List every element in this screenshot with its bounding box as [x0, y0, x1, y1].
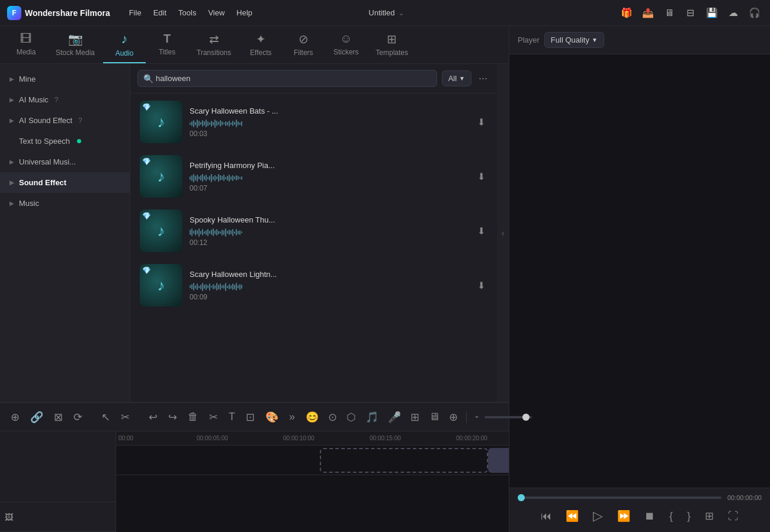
headphones-icon[interactable]: 🎧 — [746, 5, 763, 21]
timeline-toolbar: ⊕ 🔗 ⊠ ⟳ ↖ ✂ ↩ ↪ 🗑 ✂ T ⊡ 🎨 » 😊 — [0, 403, 509, 431]
player-label: Player — [518, 36, 540, 44]
sidebar-item-text-to-speech[interactable]: Text to Speech — [0, 131, 130, 151]
crop-button[interactable]: ⊡ — [242, 408, 258, 426]
gift-icon[interactable]: 🎁 — [618, 5, 635, 21]
download-button-2[interactable]: ⬇ — [475, 169, 487, 185]
share-icon[interactable]: 📤 — [640, 5, 656, 21]
menu-view[interactable]: View — [203, 6, 229, 20]
step-forward-button[interactable]: ⏩ — [615, 507, 633, 525]
stickers-tab-label: Stickers — [333, 48, 359, 56]
audio-info-2: Petrifying Harmony Pia... 00:07 — [190, 161, 468, 192]
text-tool-button[interactable]: T — [225, 408, 239, 425]
sidebar-item-mine[interactable]: ▶ Mine — [0, 69, 130, 89]
audio-duration-4: 00:09 — [190, 293, 468, 301]
mic-button[interactable]: 🎤 — [384, 408, 405, 426]
filter-dropdown[interactable]: All ▼ — [442, 70, 471, 86]
tab-templates[interactable]: ⊞ Templates — [367, 27, 416, 63]
mask-button[interactable]: ⬡ — [343, 408, 360, 426]
search-input[interactable] — [137, 70, 437, 87]
progress-bar[interactable] — [518, 496, 721, 499]
sidebar-item-universal-music[interactable]: ▶ Universal Musi... — [0, 151, 130, 172]
screen-record-button[interactable]: 🖥 — [425, 408, 443, 425]
cloud-upload-icon[interactable]: ☁ — [725, 5, 742, 21]
audio-item-1[interactable]: 💎 ♪ Scary Halloween Bats - ... 00:03 ⬇ — [135, 96, 492, 148]
cut-button[interactable]: ✂ — [206, 408, 222, 426]
audio-tool-button[interactable]: 🎵 — [362, 408, 382, 426]
sidebar-collapse-button[interactable]: ‹ — [497, 64, 509, 402]
tab-stickers[interactable]: ☺ Stickers — [325, 27, 367, 62]
audio-thumb-4: 💎 ♪ — [140, 264, 182, 307]
scene-button[interactable]: ⊞ — [407, 408, 423, 426]
motion-button[interactable]: ⟳ — [70, 408, 86, 426]
app-logo: F Wondershare Filmora — [7, 6, 110, 20]
redo-button[interactable]: ↪ — [165, 408, 181, 426]
export-icon[interactable]: 🖥 — [661, 5, 678, 21]
add-track-button[interactable]: ⊕ — [7, 408, 23, 426]
more-tools-button[interactable]: » — [285, 408, 299, 425]
download-button-3[interactable]: ⬇ — [475, 223, 487, 239]
group-button[interactable]: ⊠ — [50, 408, 66, 426]
save-icon[interactable]: 💾 — [704, 5, 720, 21]
tab-effects[interactable]: ✦ Effects — [239, 27, 282, 63]
trim-tool-button[interactable]: ✂ — [117, 408, 133, 426]
sidebar-item-sound-effect[interactable]: ▶ Sound Effect — [0, 172, 130, 193]
layout-icon[interactable]: ⊟ — [682, 5, 699, 21]
delete-button[interactable]: 🗑 — [184, 408, 202, 425]
select-tool-button[interactable]: ↖ — [98, 408, 114, 426]
title-dropdown-icon[interactable]: ⌄ — [398, 8, 405, 17]
tab-filters[interactable]: ⊘ Filters — [282, 27, 325, 63]
stickers-tab-icon: ☺ — [340, 32, 352, 46]
menu-help[interactable]: Help — [232, 6, 257, 20]
quality-dropdown[interactable]: Full Quality ▼ — [544, 32, 604, 48]
zoom-out-button[interactable]: - — [471, 408, 482, 425]
menu-edit[interactable]: Edit — [149, 6, 171, 20]
stop-button[interactable]: ⏹ — [642, 508, 657, 525]
tab-audio[interactable]: ♪ Audio — [103, 27, 146, 63]
tab-stock-media[interactable]: 📷 Stock Media — [47, 27, 103, 63]
step-back-button[interactable]: ⏪ — [563, 507, 581, 525]
sidebar-item-ai-sound-effect[interactable]: ▶ AI Sound Effect ? — [0, 110, 130, 131]
speed-button[interactable]: 😊 — [302, 408, 322, 426]
effects-tab-icon: ✦ — [256, 32, 266, 46]
quality-label: Full Quality — [551, 36, 589, 44]
audio-item-3[interactable]: 💎 ♪ Spooky Halloween Thu... 00:12 ⬇ — [135, 205, 492, 257]
download-button-1[interactable]: ⬇ — [475, 114, 487, 130]
ruler-tick-0: 00:00 — [116, 435, 133, 441]
zoom-slider[interactable] — [485, 416, 532, 418]
snap-button[interactable]: ⊙ — [325, 408, 341, 426]
clip-inner-1: 🖼 — [488, 448, 509, 473]
sidebar-sound-effect-label: Sound Effect — [19, 178, 66, 187]
menu-file[interactable]: File — [124, 6, 146, 20]
tab-bar: 🎞 Media 📷 Stock Media ♪ Audio T Titles ⇄… — [0, 26, 509, 64]
skip-back-button[interactable]: ⏮ — [538, 508, 554, 525]
add-clip-button[interactable]: ⊕ — [445, 408, 461, 426]
sidebar-item-music[interactable]: ▶ Music — [0, 193, 130, 214]
play-button[interactable]: ▷ — [591, 506, 605, 526]
mark-out-button[interactable]: } — [685, 508, 693, 525]
add-to-timeline-button[interactable]: ⊞ — [702, 507, 716, 525]
fullscreen-button[interactable]: ⛶ — [726, 508, 741, 525]
sidebar-music-label: Music — [19, 199, 39, 208]
ai-music-help-icon: ? — [54, 96, 59, 104]
filters-tab-label: Filters — [294, 49, 313, 57]
audio-item-4[interactable]: 💎 ♪ Scary Halloween Lightn... 00:09 ⬇ — [135, 259, 492, 311]
color-button[interactable]: 🎨 — [262, 408, 282, 426]
ruler-spacer — [0, 488, 116, 502]
waveform-2 — [190, 172, 468, 184]
tab-media[interactable]: 🎞 Media — [5, 27, 47, 62]
tab-titles[interactable]: T Titles — [146, 27, 188, 62]
zoom-handle[interactable] — [522, 414, 530, 421]
audio-item-2[interactable]: 💎 ♪ Petrifying Harmony Pia... 00:07 ⬇ — [135, 150, 492, 202]
gem-icon-3: 💎 — [142, 212, 151, 220]
download-button-4[interactable]: ⬇ — [475, 278, 487, 294]
more-options-button[interactable]: ··· — [476, 70, 490, 87]
menu-tools[interactable]: Tools — [174, 6, 201, 20]
left-panel: 🎞 Media 📷 Stock Media ♪ Audio T Titles ⇄… — [0, 26, 509, 532]
link-button[interactable]: 🔗 — [27, 408, 47, 426]
progress-handle[interactable] — [518, 494, 525, 501]
mark-in-button[interactable]: { — [667, 508, 675, 525]
video-clip-1[interactable]: + 🖼 — [488, 448, 509, 473]
sidebar-item-ai-music[interactable]: ▶ AI Music ? — [0, 89, 130, 110]
tab-transitions[interactable]: ⇄ Transitions — [188, 27, 239, 63]
undo-button[interactable]: ↩ — [145, 408, 161, 426]
